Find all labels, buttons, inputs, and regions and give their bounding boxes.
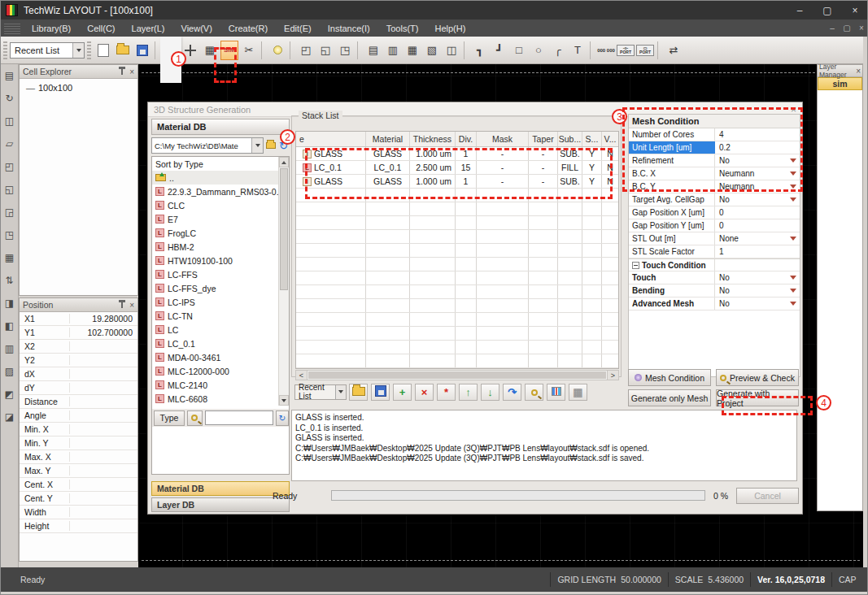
open-stack-icon[interactable] xyxy=(349,384,368,401)
mesh-property-row[interactable]: Touch No xyxy=(629,271,800,284)
port-in-icon[interactable]: -o- PORT xyxy=(617,41,635,60)
menu-item[interactable]: Cell(C) xyxy=(79,21,123,36)
cell-window-icon-2[interactable]: ◱ xyxy=(316,41,334,60)
export-icon[interactable]: ▦ xyxy=(569,384,587,401)
stack-row-empty[interactable] xyxy=(296,354,618,368)
property-value[interactable]: 1 xyxy=(715,247,800,256)
scroll-down-icon[interactable] xyxy=(279,395,289,406)
material-item[interactable]: L HBM-2 xyxy=(152,240,278,254)
cell-tree-item[interactable]: — 100x100 xyxy=(20,79,137,93)
mesh-property-row[interactable]: Touch Condition xyxy=(629,258,800,271)
stack-row-empty[interactable] xyxy=(296,327,618,341)
col-div[interactable]: Div. xyxy=(456,132,477,146)
maximize-button[interactable]: ▢ xyxy=(813,2,841,19)
chevron-down-icon[interactable] xyxy=(251,138,263,153)
stack-row-empty[interactable] xyxy=(296,341,618,354)
property-value[interactable]: 0 xyxy=(715,208,800,217)
dimension-icon[interactable]: ⇄ xyxy=(665,41,683,60)
preview-check-button[interactable]: Preview & Check xyxy=(716,369,799,386)
material-item[interactable]: L LC-FFS_dye xyxy=(152,281,278,295)
col-material[interactable]: Material xyxy=(366,132,410,146)
stack-recent-list-combo[interactable]: Recent List xyxy=(294,384,347,400)
delete-layer-icon[interactable]: × xyxy=(415,384,434,401)
property-value[interactable]: No xyxy=(715,286,800,295)
sort-by-type-item[interactable]: Sort by Type xyxy=(152,157,278,171)
material-item[interactable]: L MLC-2140 xyxy=(152,378,278,392)
toolbar-separator[interactable] xyxy=(290,41,294,59)
path-tool-icon[interactable]: ╭ xyxy=(549,41,567,60)
stack-row-empty[interactable] xyxy=(296,313,618,327)
chart-view-icon[interactable] xyxy=(547,384,565,401)
preview-stack-icon[interactable] xyxy=(525,384,543,401)
material-item[interactable]: L E7 xyxy=(152,212,278,226)
material-item[interactable]: L MDA-00-3461 xyxy=(152,350,278,364)
scrollbar-thumb[interactable] xyxy=(308,371,606,379)
toolbar-separator[interactable] xyxy=(357,41,361,59)
help-bulb-icon[interactable] xyxy=(268,41,286,60)
mirror-tool-icon-1[interactable]: ◨ xyxy=(2,296,16,310)
material-item[interactable]: L FrogLC xyxy=(152,226,278,240)
rectangle-tool-icon[interactable]: □ xyxy=(510,41,528,60)
col-taper[interactable]: Taper xyxy=(529,132,558,146)
layer-item-sim[interactable]: sim xyxy=(818,77,862,90)
search-button[interactable] xyxy=(187,410,203,426)
close-icon[interactable]: × xyxy=(856,67,861,76)
cell-window-icon-1[interactable]: ◰ xyxy=(297,41,315,60)
layer-window-icon-1[interactable]: ▤ xyxy=(364,41,382,60)
toolbar-separator[interactable] xyxy=(464,41,468,59)
add-layer-icon[interactable]: + xyxy=(393,384,412,401)
clear-layer-icon[interactable]: * xyxy=(437,384,456,401)
material-item[interactable]: L LC-IPS xyxy=(152,295,278,309)
stack-row-empty[interactable] xyxy=(296,299,618,313)
cancel-button[interactable]: Cancel xyxy=(736,488,799,504)
menu-item[interactable]: View(V) xyxy=(173,21,220,36)
mesh-property-row[interactable]: Bending No xyxy=(629,284,800,298)
scroll-left-icon[interactable]: < xyxy=(296,371,308,380)
dots-000-icon[interactable]: 000 000 xyxy=(597,41,615,60)
toolbar-separator[interactable] xyxy=(657,41,661,59)
rotate-tool-icon[interactable]: ↻ xyxy=(2,91,16,105)
material-item[interactable]: L LC xyxy=(152,323,278,337)
menu-item[interactable]: Instance(I) xyxy=(320,21,378,36)
material-item[interactable]: L HTW109100-100 xyxy=(152,254,278,267)
flip-tool-icon[interactable]: ⇅ xyxy=(2,273,16,287)
chevron-down-icon[interactable] xyxy=(335,385,346,399)
toolbar-separator[interactable] xyxy=(590,41,594,59)
move-down-icon[interactable]: ↓ xyxy=(481,384,499,401)
close-icon[interactable]: × xyxy=(129,301,134,310)
align-tool-icon-3[interactable]: ◲ xyxy=(2,205,16,219)
open-cell-icon[interactable] xyxy=(114,41,132,60)
close-icon[interactable]: × xyxy=(129,67,134,76)
collapse-icon[interactable] xyxy=(632,262,639,269)
tab-layer-db[interactable]: Layer DB xyxy=(151,497,290,512)
menu-item[interactable]: Help(H) xyxy=(426,21,473,36)
chevron-down-icon[interactable] xyxy=(72,43,84,58)
link-tool-icon[interactable]: ◫ xyxy=(2,114,16,128)
corner-tool-icon-2[interactable]: ◪ xyxy=(2,410,16,423)
menu-item[interactable]: Library(B) xyxy=(24,21,79,36)
tab-material-db[interactable]: Material DB xyxy=(151,481,290,496)
mesh-property-row[interactable]: Target Avg. CellGap No xyxy=(629,193,800,206)
stack-row-empty[interactable] xyxy=(296,271,618,285)
material-item[interactable]: L LC_0.1 xyxy=(152,337,278,350)
material-item[interactable]: L LC-FFS xyxy=(152,267,278,281)
mdi-close-button[interactable]: × xyxy=(854,24,868,33)
col-mask[interactable]: Mask xyxy=(477,132,529,146)
stack-row-empty[interactable] xyxy=(296,285,618,299)
new-cell-icon[interactable] xyxy=(94,41,112,60)
col-v[interactable]: V... xyxy=(602,132,618,146)
save-stack-icon[interactable] xyxy=(371,384,390,401)
type-button[interactable]: Type xyxy=(154,410,185,426)
mesh-property-row[interactable]: Gap Position X [um] 0 xyxy=(629,206,800,219)
measure-tool-icon[interactable]: ▥ xyxy=(2,341,16,355)
hatch-tool-icon[interactable]: ▨ xyxy=(2,364,16,378)
scroll-up-icon[interactable] xyxy=(279,157,289,167)
dropdown-arrow-icon[interactable] xyxy=(790,198,796,202)
bend-path-icon-2[interactable]: ┛ xyxy=(491,41,508,60)
pin-icon[interactable] xyxy=(121,69,123,75)
property-value[interactable]: None xyxy=(715,234,800,243)
generate-only-mesh-button[interactable]: Generate only Mesh xyxy=(628,389,711,406)
align-tool-icon-1[interactable]: ◰ xyxy=(2,159,16,173)
mesh-property-row[interactable]: STL Out [m] None xyxy=(629,232,800,245)
mesh-property-row[interactable]: STL Scale Factor 1 xyxy=(629,245,800,258)
